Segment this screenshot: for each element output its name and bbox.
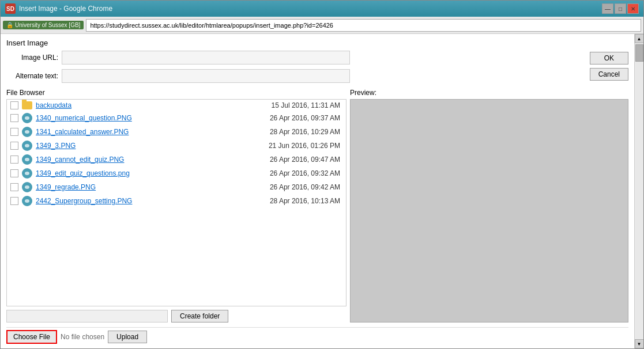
address-bar: 🔒 University of Sussex [GB] <box>1 17 643 34</box>
url-input[interactable] <box>86 19 641 32</box>
file-link[interactable]: 1341_calculated_answer.PNG <box>36 128 129 136</box>
list-item[interactable]: 1349_cannot_edit_quiz.PNG 26 Apr 2016, 0… <box>7 153 346 166</box>
image-url-label: Image URL: <box>6 54 58 62</box>
file-link[interactable]: 1340_numerical_question.PNG <box>36 114 132 122</box>
image-icon <box>22 127 32 137</box>
folder-icon <box>22 101 32 109</box>
file-link[interactable]: 1349_cannot_edit_quiz.PNG <box>36 155 124 164</box>
no-file-text: No file chosen <box>61 333 104 341</box>
list-item[interactable]: 1349_3.PNG 21 Jun 2016, 01:26 PM <box>7 139 346 153</box>
file-checkbox[interactable] <box>10 142 18 150</box>
image-icon <box>22 168 32 179</box>
security-badge: 🔒 University of Sussex [GB] <box>3 21 84 29</box>
image-icon <box>22 196 32 206</box>
title-bar: SD Insert Image - Google Chrome — □ ✕ <box>1 1 643 17</box>
image-icon <box>22 154 32 165</box>
file-link[interactable]: 1349_edit_quiz_questions.png <box>36 169 130 177</box>
file-checkbox[interactable] <box>10 101 18 109</box>
file-browser-title: File Browser <box>6 89 347 97</box>
ok-button[interactable]: OK <box>590 52 628 65</box>
bottom-bar: Choose File No file chosen Upload <box>6 327 628 344</box>
image-icon <box>22 182 32 192</box>
list-item[interactable]: 1340_numerical_question.PNG 26 Apr 2016,… <box>7 111 346 125</box>
create-folder-button[interactable]: Create folder <box>171 310 228 323</box>
form-buttons: OK Cancel <box>590 51 628 81</box>
file-link[interactable]: backupdata <box>36 101 71 109</box>
image-icon <box>22 141 32 151</box>
alternate-text-row: Alternate text: <box>6 69 585 83</box>
file-link[interactable]: 1349_3.PNG <box>36 142 76 150</box>
scroll-up-arrow[interactable]: ▲ <box>635 34 644 43</box>
file-date: 28 Apr 2016, 10:29 AM <box>270 128 342 136</box>
alternate-text-label: Alternate text: <box>6 72 58 80</box>
file-date: 21 Jun 2016, 01:26 PM <box>269 142 342 150</box>
file-date: 26 Apr 2016, 09:32 AM <box>270 169 342 177</box>
file-checkbox[interactable] <box>10 183 18 191</box>
file-link[interactable]: 2442_Supergroup_setting.PNG <box>36 197 132 205</box>
file-date: 26 Apr 2016, 09:37 AM <box>270 114 342 122</box>
image-url-row: Image URL: <box>6 51 585 65</box>
progress-bar <box>6 310 168 323</box>
list-item[interactable]: 2442_Supergroup_setting.PNG 28 Apr 2016,… <box>7 194 346 208</box>
image-icon <box>22 113 32 123</box>
alternate-text-input[interactable] <box>62 69 350 83</box>
file-date: 15 Jul 2016, 11:31 AM <box>272 101 342 109</box>
form-section: Image URL: Alternate text: OK Cancel <box>6 51 628 83</box>
choose-file-button[interactable]: Choose File <box>6 330 57 344</box>
file-list: backupdata 15 Jul 2016, 11:31 AM 1340_nu… <box>7 100 346 306</box>
list-item[interactable]: backupdata 15 Jul 2016, 11:31 AM <box>7 100 346 111</box>
window-scrollbar[interactable]: ▲ ▼ <box>634 34 643 348</box>
file-checkbox[interactable] <box>10 114 18 122</box>
lock-icon: 🔒 <box>6 22 13 28</box>
file-checkbox[interactable] <box>10 155 18 164</box>
window-title: Insert Image - Google Chrome <box>19 5 112 13</box>
preview-panel: Preview: <box>350 89 628 323</box>
window-controls: — □ ✕ <box>602 3 639 14</box>
file-browser-panel: File Browser backupdata 15 Jul 2016, 11:… <box>6 89 347 323</box>
content-area: Insert Image Image URL: Alternate text: <box>1 34 634 348</box>
maximize-button[interactable]: □ <box>615 3 626 14</box>
list-item[interactable]: 1349_edit_quiz_questions.png 26 Apr 2016… <box>7 166 346 180</box>
file-date: 26 Apr 2016, 09:47 AM <box>270 155 342 164</box>
insert-image-title: Insert Image <box>6 39 628 47</box>
scrollbar-thumb[interactable] <box>635 44 643 62</box>
cancel-button[interactable]: Cancel <box>590 68 628 81</box>
close-button[interactable]: ✕ <box>627 3 639 14</box>
file-link[interactable]: 1349_regrade.PNG <box>36 183 96 191</box>
image-url-input[interactable] <box>62 51 350 65</box>
file-checkbox[interactable] <box>10 128 18 136</box>
preview-title: Preview: <box>350 89 628 97</box>
list-item[interactable]: 1349_regrade.PNG 26 Apr 2016, 09:42 AM <box>7 180 346 194</box>
minimize-button[interactable]: — <box>602 3 613 14</box>
file-checkbox[interactable] <box>10 169 18 177</box>
lower-section: File Browser backupdata 15 Jul 2016, 11:… <box>6 89 628 323</box>
file-date: 26 Apr 2016, 09:42 AM <box>270 183 342 191</box>
file-checkbox[interactable] <box>10 197 18 205</box>
upload-button[interactable]: Upload <box>108 331 147 343</box>
file-list-container: backupdata 15 Jul 2016, 11:31 AM 1340_nu… <box>6 99 347 306</box>
list-item[interactable]: 1341_calculated_answer.PNG 28 Apr 2016, … <box>7 125 346 139</box>
preview-area <box>350 99 628 323</box>
scroll-down-arrow[interactable]: ▼ <box>635 339 644 348</box>
app-icon: SD <box>5 3 16 14</box>
file-date: 28 Apr 2016, 10:13 AM <box>270 197 342 205</box>
